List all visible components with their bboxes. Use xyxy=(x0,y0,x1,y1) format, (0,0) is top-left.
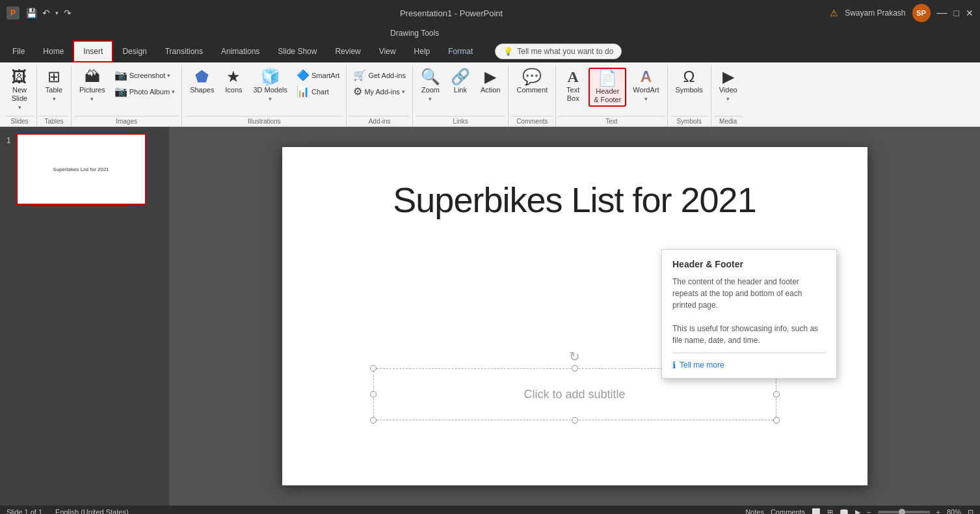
text-group-label: Text xyxy=(559,116,664,126)
screenshot-button[interactable]: 📷 Screenshot ▾ xyxy=(112,68,178,83)
slide-item[interactable]: 1 Superbikes List for 2021 xyxy=(7,133,163,205)
symbols-label: Symbols xyxy=(676,86,703,94)
resize-handle-ml[interactable] xyxy=(370,391,377,398)
addins-subgroup: 🛒 Get Add-ins ⚙ My Add-ins ▾ xyxy=(351,68,408,99)
chart-icon: 📊 xyxy=(297,85,310,98)
smartart-icon: 🔷 xyxy=(297,69,310,81)
window-title: Presentation1 - PowerPoint xyxy=(79,8,823,18)
zoom-out-icon[interactable]: − xyxy=(867,508,871,514)
my-addins-button[interactable]: ⚙ My Add-ins ▾ xyxy=(351,84,408,99)
slides-items: 🖼 NewSlide ▾ xyxy=(5,65,34,115)
3dmodels-button[interactable]: 🧊 3D Models ▾ xyxy=(249,68,291,103)
ribbon-content: 🖼 NewSlide ▾ Slides ⊞ Table ▾ Tables xyxy=(0,62,980,126)
video-icon: ▶ xyxy=(722,69,734,85)
tab-transitions[interactable]: Transitions xyxy=(156,40,212,62)
get-addins-button[interactable]: 🛒 Get Add-ins xyxy=(351,68,408,83)
ribbon-group-symbols: Ω Symbols Symbols xyxy=(668,65,711,126)
comments-button[interactable]: Comments xyxy=(771,508,805,514)
user-avatar[interactable]: SP xyxy=(912,4,931,22)
tooltip-tell-me-more-link[interactable]: ℹ Tell me more xyxy=(672,360,826,370)
notes-button[interactable]: Notes xyxy=(745,508,764,514)
tab-slideshow[interactable]: Slide Show xyxy=(269,40,326,62)
chart-button[interactable]: 📊 Chart xyxy=(294,84,342,99)
tab-format[interactable]: Format xyxy=(439,40,482,62)
images-subgroup: 📷 Screenshot ▾ 📷 Photo Album ▾ xyxy=(112,68,178,99)
tooltip-body2: This is useful for showcasing info, such… xyxy=(672,323,826,346)
slide-number: 1 xyxy=(7,136,11,145)
tooltip-title: Header & Footer xyxy=(672,259,826,269)
tooltip-body1: The content of the header and footer rep… xyxy=(672,276,826,311)
get-addins-icon: 🛒 xyxy=(353,69,366,81)
slideshow-icon[interactable]: ▶ xyxy=(855,508,860,514)
reading-view-icon[interactable]: 📖 xyxy=(840,508,849,514)
resize-handle-tc[interactable] xyxy=(572,365,578,372)
wordart-button[interactable]: A WordArt ▾ xyxy=(629,68,663,103)
tell-me-input[interactable]: 💡 Tell me what you want to do xyxy=(495,44,622,59)
textbox-label: TextBox xyxy=(566,86,579,103)
illustrations-items: ⬟ Shapes ★ Icons 🧊 3D Models ▾ 🔷 SmartAr… xyxy=(185,65,343,115)
zoom-slider-thumb[interactable] xyxy=(899,509,905,514)
table-icon: ⊞ xyxy=(47,69,60,85)
photo-album-label: Photo Album xyxy=(129,88,170,96)
header-footer-tooltip: Header & Footer The content of the heade… xyxy=(661,249,837,379)
shapes-button[interactable]: ⬟ Shapes xyxy=(186,68,218,96)
normal-view-icon[interactable]: ⬜ xyxy=(812,508,821,514)
tab-file[interactable]: File xyxy=(3,40,34,62)
pictures-button[interactable]: 🏔 Pictures ▾ xyxy=(75,68,109,103)
ribbon-group-illustrations: ⬟ Shapes ★ Icons 🧊 3D Models ▾ 🔷 SmartAr… xyxy=(182,65,347,126)
rotate-handle[interactable]: ↻ xyxy=(569,349,580,364)
symbols-button[interactable]: Ω Symbols xyxy=(672,68,707,96)
restore-btn[interactable]: □ xyxy=(954,8,959,18)
fit-slide-icon[interactable]: ⊡ xyxy=(968,508,973,514)
redo-icon[interactable]: ↷ xyxy=(62,7,73,20)
slide-sorter-icon[interactable]: ⊞ xyxy=(827,508,833,514)
resize-handle-bc[interactable] xyxy=(572,417,578,424)
warning-icon: ⚠ xyxy=(830,8,838,18)
link-button[interactable]: 🔗 Link xyxy=(447,68,474,96)
photo-album-button[interactable]: 📷 Photo Album ▾ xyxy=(112,84,178,99)
screenshot-icon: 📷 xyxy=(114,69,127,81)
undo-icon[interactable]: ↶ xyxy=(41,7,51,20)
save-icon[interactable]: 💾 xyxy=(25,7,38,20)
tab-view[interactable]: View xyxy=(370,40,405,62)
undo-dropdown-icon[interactable]: ▾ xyxy=(54,8,60,18)
action-button[interactable]: ▶ Action xyxy=(477,68,505,96)
comment-label: Comment xyxy=(516,86,548,94)
tables-items: ⊞ Table ▾ xyxy=(40,65,68,115)
tab-animations[interactable]: Animations xyxy=(212,40,269,62)
zoom-slider[interactable] xyxy=(878,511,930,513)
zoom-button[interactable]: 🔍 Zoom ▾ xyxy=(417,68,444,103)
tab-design[interactable]: Design xyxy=(113,40,155,62)
smartart-button[interactable]: 🔷 SmartArt xyxy=(294,68,342,83)
slides-group-label: Slides xyxy=(5,116,34,126)
header-footer-button[interactable]: 📄 Header& Footer xyxy=(589,68,626,107)
resize-handle-bl[interactable] xyxy=(370,417,377,424)
textbox-button[interactable]: A TextBox xyxy=(560,68,586,104)
table-label: Table xyxy=(46,86,62,94)
resize-handle-mr[interactable] xyxy=(773,391,780,398)
comment-button[interactable]: 💬 Comment xyxy=(512,68,551,96)
tab-insert[interactable]: Insert xyxy=(73,40,113,62)
slide-title: Superbikes List for 2021 xyxy=(347,180,802,220)
slide-thumbnail[interactable]: Superbikes List for 2021 xyxy=(16,133,146,205)
resize-handle-br[interactable] xyxy=(773,417,780,424)
zoom-in-icon[interactable]: + xyxy=(936,508,940,514)
my-addins-label: My Add-ins xyxy=(364,88,399,96)
video-button[interactable]: ▶ Video ▾ xyxy=(715,68,741,103)
table-dropdown: ▾ xyxy=(53,96,56,102)
icons-button[interactable]: ★ Icons xyxy=(220,68,246,96)
tab-help[interactable]: Help xyxy=(405,40,440,62)
photo-album-dropdown: ▾ xyxy=(172,88,175,95)
tables-group-label: Tables xyxy=(40,116,68,126)
minimize-btn[interactable]: — xyxy=(937,7,947,19)
tab-review[interactable]: Review xyxy=(326,40,369,62)
user-name: Swayam Prakash xyxy=(845,8,905,18)
table-button[interactable]: ⊞ Table ▾ xyxy=(41,68,67,103)
tab-home[interactable]: Home xyxy=(34,40,73,62)
close-btn[interactable]: ✕ xyxy=(966,8,973,18)
resize-handle-tl[interactable] xyxy=(370,365,377,372)
symbols-items: Ω Symbols xyxy=(670,65,708,115)
new-slide-button[interactable]: 🖼 NewSlide ▾ xyxy=(7,68,33,112)
ribbon-group-text: A TextBox 📄 Header& Footer A WordArt ▾ T… xyxy=(556,65,667,126)
illustrations-subgroup: 🔷 SmartArt 📊 Chart xyxy=(294,68,342,99)
